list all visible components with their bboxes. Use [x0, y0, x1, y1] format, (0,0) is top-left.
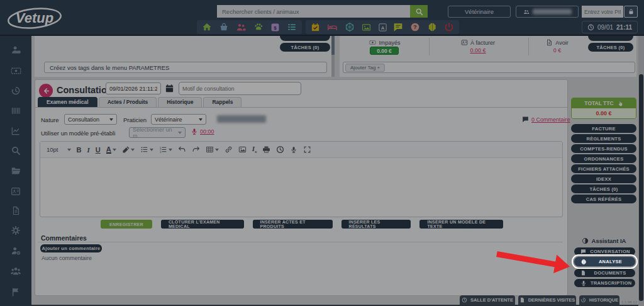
app-window: Vetup Vétérinaire — [0, 0, 644, 306]
analyse-button[interactable]: ANALYSE — [574, 257, 635, 266]
arrow-shaft — [496, 251, 557, 268]
arrow-head — [553, 255, 572, 276]
analyse-brain-icon — [580, 259, 587, 265]
